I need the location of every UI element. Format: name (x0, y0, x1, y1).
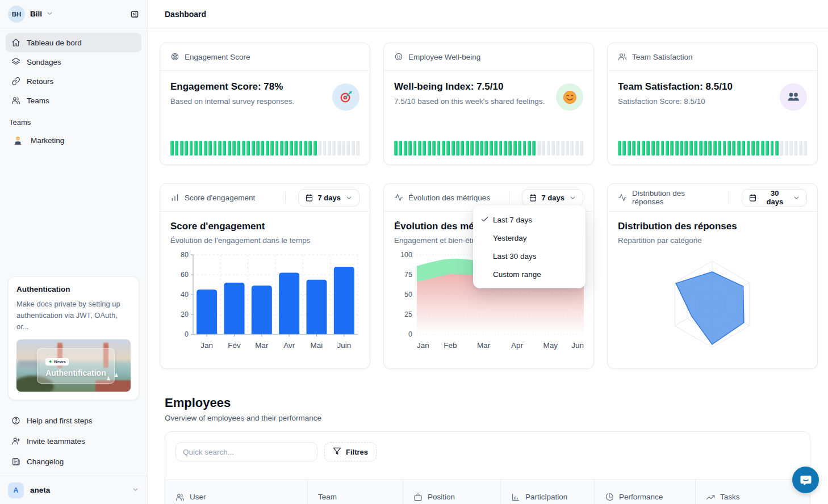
stat-card: Engagement Score Engagement Score: 78% B… (160, 43, 370, 165)
smiling-face-icon (556, 83, 583, 111)
progress-segment (446, 141, 450, 156)
progress-segment (504, 141, 507, 156)
progress-segment (646, 141, 650, 156)
progress-segment (747, 141, 750, 156)
stat-subtitle: Satisfaction Score: 8.5/10 (618, 97, 807, 106)
progress-segment (356, 141, 359, 156)
stat-subtitle: Based on internal survey responses. (170, 97, 359, 106)
progress-segment (513, 141, 517, 156)
smiley-icon (394, 52, 403, 61)
chat-bubble-icon (799, 473, 813, 487)
sidebar-footer-invite-teammates[interactable]: Invite teammates (6, 431, 141, 451)
date-range-button[interactable]: 30 days (742, 189, 807, 207)
sidebar-item-tableau-de-bord[interactable]: Tableau de bord (6, 33, 141, 52)
progress-segment (428, 141, 431, 156)
sidebar-collapse-button[interactable] (130, 10, 139, 19)
progress-segment (628, 141, 631, 156)
target-icon (170, 52, 179, 61)
column-header-participation[interactable]: Participation (500, 480, 594, 504)
progress-segment (275, 141, 279, 156)
check-icon (480, 215, 489, 224)
svg-text:Mai: Mai (311, 341, 323, 350)
progress-segment (280, 141, 283, 156)
progress-segment (294, 141, 298, 156)
progress-segment (518, 141, 521, 156)
progress-segment (766, 141, 769, 156)
menu-item-last-7-days[interactable]: Last 7 days (473, 211, 586, 229)
progress-segment (318, 141, 321, 156)
table-header-row: User Team Position Participation Perform… (165, 479, 810, 504)
sidebar-team-marketing[interactable]: Marketing (6, 129, 141, 152)
chevron-down-icon (569, 194, 576, 201)
workspace-avatar: BH (8, 6, 25, 23)
progress-segment (575, 141, 579, 156)
sidebar-item-sondages[interactable]: Sondages (6, 52, 141, 72)
teams-section-label: Teams (0, 110, 147, 128)
menu-item-custom-range[interactable]: Custom range (473, 265, 586, 283)
column-header-team[interactable]: Team (307, 480, 403, 504)
promo-image-title: Authentification (45, 368, 114, 377)
employees-table-card: Filtres User Team Position Participation… (165, 431, 810, 504)
sidebar-footer-help-and-first-steps[interactable]: Help and first steps (6, 410, 141, 431)
svg-text:Avr: Avr (283, 341, 295, 350)
date-range-menu: Last 7 days Yesterday Last 30 days Custo… (473, 205, 586, 288)
bar-chart-icon (170, 193, 179, 202)
progress-segment (484, 141, 488, 156)
technologist-icon (12, 135, 23, 146)
progress-segment (337, 141, 341, 156)
progress-segment (252, 141, 255, 156)
layers-icon (11, 57, 20, 66)
chart-title: Distribution des réponses (618, 221, 807, 232)
link-icon (11, 77, 20, 86)
chevron-down-icon (345, 194, 353, 201)
progress-segment (256, 141, 260, 156)
svg-text:0: 0 (185, 330, 189, 338)
promo-card[interactable]: Authentication Make docs private by sett… (8, 276, 139, 400)
funnel-icon (333, 447, 341, 457)
column-header-user[interactable]: User (165, 480, 307, 504)
sidebar-item-retours[interactable]: Retours (6, 72, 141, 91)
progress-segment (214, 141, 217, 156)
progress-segment (246, 141, 250, 156)
progress-segment (508, 141, 512, 156)
progress-segment (232, 141, 236, 156)
progress-segment (475, 141, 479, 156)
svg-text:40: 40 (181, 291, 189, 299)
progress-segment (694, 141, 697, 156)
progress-segment (346, 141, 350, 156)
users-icon (175, 493, 185, 502)
stat-title: Team Satisfaction: 8.5/10 (618, 81, 807, 93)
account-switcher[interactable]: A aneta (0, 476, 147, 504)
filters-button[interactable]: Filtres (324, 442, 377, 461)
column-header-performance[interactable]: Performance (594, 480, 695, 504)
workspace-switcher[interactable]: BH Bill (0, 0, 147, 28)
sidebar-item-label: Tableau de bord (27, 39, 82, 47)
progress-segment (261, 141, 264, 156)
progress-segment (480, 141, 483, 156)
progress-segment (713, 141, 717, 156)
progress-segment (170, 141, 174, 156)
menu-item-yesterday[interactable]: Yesterday (473, 229, 586, 247)
date-range-button[interactable]: 7 days (298, 189, 359, 207)
progress-segment (408, 141, 412, 156)
progress-segment (761, 141, 764, 156)
column-header-position[interactable]: Position (403, 480, 500, 504)
menu-item-last-30-days[interactable]: Last 30 days (473, 247, 586, 265)
progress-segment (675, 141, 679, 156)
chart-card: Score d'engagement 7 days Score d'engage… (160, 183, 370, 369)
date-range-button[interactable]: 7 days (522, 189, 583, 207)
chat-widget-button[interactable] (792, 467, 819, 493)
progress-segment (661, 141, 664, 156)
progress-segment (561, 141, 564, 156)
stat-card: Employee Well-being Well-being Index: 7.… (383, 43, 594, 165)
progress-segment (656, 141, 659, 156)
sidebar-item-teams[interactable]: Teams (6, 91, 141, 110)
progress-segment (547, 141, 550, 156)
progress-segment (566, 141, 569, 156)
progress-segment (537, 141, 541, 156)
radar-chart (618, 249, 808, 358)
progress-segment (799, 141, 802, 156)
svg-text:80: 80 (181, 251, 189, 259)
sidebar-footer-changelog[interactable]: Changelog (6, 451, 141, 472)
search-input[interactable] (175, 442, 317, 461)
